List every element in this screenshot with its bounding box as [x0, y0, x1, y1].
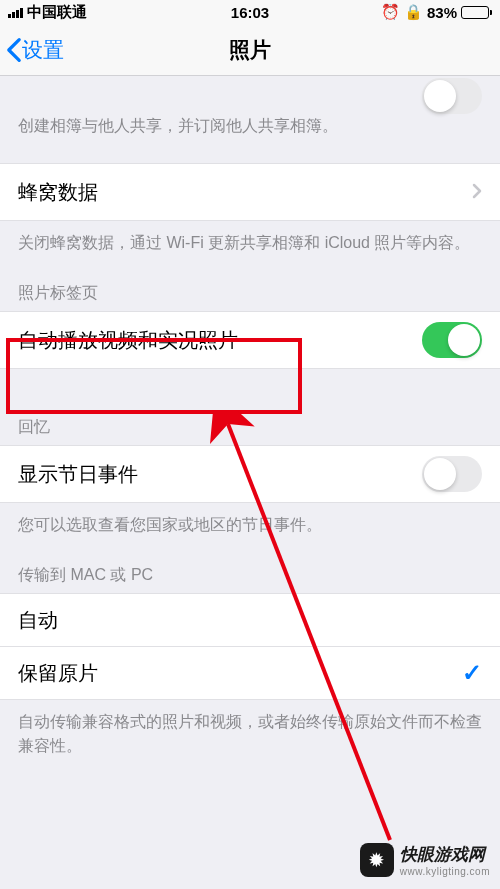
autoplay-row[interactable]: 自动播放视频和实况照片: [0, 311, 500, 369]
toggle-knob: [424, 80, 456, 112]
checkmark-icon: ✓: [462, 659, 482, 687]
signal-icon: [8, 6, 23, 18]
autoplay-toggle[interactable]: [422, 322, 482, 358]
transfer-auto-row[interactable]: 自动: [0, 593, 500, 647]
holiday-events-row[interactable]: 显示节日事件: [0, 445, 500, 503]
shared-albums-toggle[interactable]: [422, 78, 482, 114]
transfer-keep-row[interactable]: 保留原片 ✓: [0, 646, 500, 700]
status-bar: 中国联通 16:03 ⏰ 🔒 83%: [0, 0, 500, 24]
autoplay-label: 自动播放视频和实况照片: [18, 327, 422, 354]
orientation-lock-icon: 🔒: [404, 3, 423, 21]
holiday-events-toggle[interactable]: [422, 456, 482, 492]
back-label: 设置: [22, 36, 64, 64]
status-right: ⏰ 🔒 83%: [381, 3, 492, 21]
chevron-right-icon: [472, 181, 482, 204]
back-button[interactable]: 设置: [0, 36, 64, 64]
cellular-data-row[interactable]: 蜂窝数据: [0, 163, 500, 221]
status-left: 中国联通: [8, 3, 87, 22]
transfer-auto-label: 自动: [18, 607, 482, 634]
nav-bar: 设置 照片: [0, 24, 500, 76]
photos-tab-header: 照片标签页: [0, 255, 500, 312]
transfer-header: 传输到 MAC 或 PC: [0, 537, 500, 594]
watermark-brand: 快眼游戏网: [400, 843, 490, 866]
toggle-knob: [424, 458, 456, 490]
battery-icon: [461, 6, 492, 19]
page-title: 照片: [229, 36, 271, 64]
memories-header: 回忆: [0, 369, 500, 446]
transfer-keep-label: 保留原片: [18, 660, 462, 687]
holiday-events-label: 显示节日事件: [18, 461, 422, 488]
memories-footer: 您可以选取查看您国家或地区的节日事件。: [0, 503, 500, 537]
watermark: ✹ 快眼游戏网 www.kyligting.com: [360, 843, 490, 877]
toggle-knob: [448, 324, 480, 356]
chevron-left-icon: [6, 37, 22, 63]
carrier-label: 中国联通: [27, 3, 87, 22]
alarm-icon: ⏰: [381, 3, 400, 21]
cellular-footer: 关闭蜂窝数据，通过 Wi-Fi 更新共享相簿和 iCloud 照片等内容。: [0, 221, 500, 255]
status-time: 16:03: [231, 4, 269, 21]
transfer-footer: 自动传输兼容格式的照片和视频，或者始终传输原始文件而不检查兼容性。: [0, 700, 500, 758]
watermark-icon: ✹: [360, 843, 394, 877]
cellular-data-label: 蜂窝数据: [18, 179, 472, 206]
watermark-url: www.kyligting.com: [400, 866, 490, 877]
battery-pct: 83%: [427, 4, 457, 21]
